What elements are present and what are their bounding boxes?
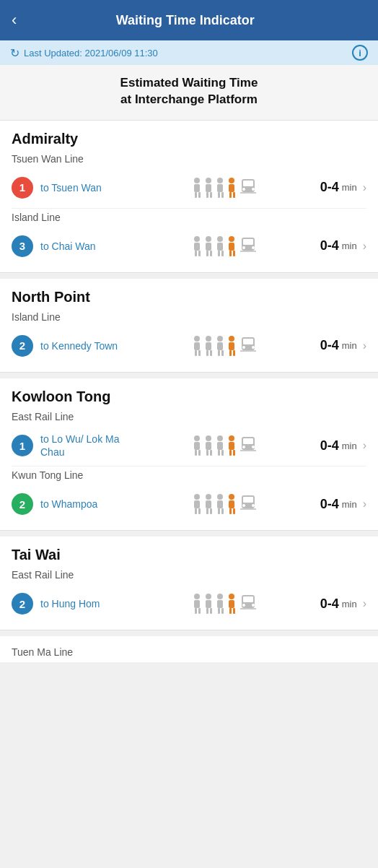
svg-rect-77 [229,450,232,456]
svg-rect-7 [210,192,212,198]
svg-rect-70 [210,450,212,456]
line-name: East Rail Line [12,411,366,422]
svg-point-18 [242,188,245,191]
svg-point-102 [242,504,245,507]
svg-point-103 [252,504,255,507]
svg-rect-68 [206,442,211,450]
destination-text: to Tsuen Wan [40,181,127,194]
svg-point-92 [217,494,223,500]
svg-rect-15 [233,192,235,198]
chevron-right-icon: › [363,339,366,352]
svg-point-39 [242,246,245,249]
wait-time-unit: min [342,240,357,251]
route-badge: 1 [12,435,33,456]
svg-rect-120 [233,608,235,614]
crowd-indicator [127,333,320,359]
svg-point-33 [229,236,234,242]
wait-time-area: 0-4min› [320,497,366,512]
svg-rect-91 [210,508,212,514]
svg-rect-94 [218,508,220,514]
svg-point-54 [229,336,234,342]
svg-rect-110 [206,600,211,608]
svg-point-109 [206,594,211,599]
chevron-right-icon: › [363,181,366,194]
svg-rect-106 [194,600,200,608]
svg-rect-2 [195,192,197,198]
svg-rect-32 [221,251,224,256]
svg-rect-87 [198,508,201,514]
svg-rect-55 [229,342,234,350]
svg-point-42 [194,336,200,342]
svg-rect-1 [194,184,200,192]
svg-point-105 [194,594,200,599]
svg-rect-93 [217,500,223,508]
route-badge: 1 [12,177,33,199]
svg-point-123 [242,604,245,607]
destination-text: to Whampoa [40,498,127,511]
svg-point-67 [206,435,211,441]
route-badge: 2 [12,493,33,515]
svg-point-63 [194,435,200,441]
route-row[interactable]: 1to Tsuen Wan 0-4min› [12,169,366,209]
svg-rect-35 [229,251,232,256]
station-name: Admiralty [12,131,366,147]
wait-time-value: 0-4 [320,338,339,353]
svg-rect-107 [195,608,197,614]
chevron-right-icon: › [363,439,366,452]
bottom-line-name: Tuen Ma Line [12,646,366,658]
subtitle-text: Estimated Waiting Time at Interchange Pl… [14,75,364,108]
wait-time-area: 0-4min› [320,180,366,195]
svg-rect-10 [218,192,220,198]
svg-point-0 [194,178,200,183]
svg-rect-24 [198,251,201,256]
line-name: Kwun Tong Line [12,469,366,481]
crowd-indicator [127,175,320,201]
svg-rect-48 [206,350,208,356]
station-section-0: AdmiraltyTsuen Wan Line1to Tsuen Wan 0-4… [0,121,378,273]
wait-time-area: 0-4min› [320,438,366,453]
svg-rect-116 [221,608,224,614]
line-name: Tsuen Wan Line [12,153,366,165]
svg-rect-95 [221,508,224,514]
svg-point-96 [229,494,234,500]
info-button[interactable]: i [352,45,368,61]
route-row[interactable]: 3to Chai Wan 0-4min› [12,227,366,266]
svg-point-117 [229,594,234,599]
wait-time-area: 0-4min› [320,596,366,612]
line-name: Island Line [12,212,366,223]
station-section-2: Kowloon TongEast Rail Line1to Lo Wu/ Lok… [0,378,378,531]
wait-time-area: 0-4min› [320,338,366,353]
chevron-right-icon: › [363,597,366,610]
station-name: Tai Wai [12,547,366,563]
route-row[interactable]: 2to Hung Hom 0-4min› [12,585,366,624]
svg-point-8 [217,178,223,183]
refresh-icon[interactable]: ↻ [10,46,19,60]
svg-rect-69 [206,450,208,456]
svg-rect-45 [198,350,201,356]
svg-rect-49 [210,350,212,356]
svg-rect-73 [218,450,220,456]
route-row[interactable]: 1to Lo Wu/ Lok Ma Chau 0-4min› [12,427,366,466]
svg-point-113 [217,594,223,599]
svg-rect-31 [218,251,220,256]
last-updated-text: Last Updated: 2021/06/09 11:30 [24,48,158,58]
svg-point-82 [252,446,255,448]
svg-rect-36 [233,251,235,256]
update-info: ↻ Last Updated: 2021/06/09 11:30 [10,46,158,60]
svg-rect-72 [217,442,223,450]
svg-point-25 [206,236,211,242]
svg-rect-22 [194,243,200,251]
svg-rect-56 [229,350,232,356]
wait-time-value: 0-4 [320,497,339,512]
update-bar: ↻ Last Updated: 2021/06/09 11:30 i [0,40,378,65]
line-name: East Rail Line [12,569,366,581]
route-row[interactable]: 2to Kennedy Town 0-4min› [12,327,366,366]
svg-point-46 [206,336,211,342]
svg-point-4 [206,178,211,183]
back-button[interactable]: ‹ [12,11,17,30]
svg-rect-85 [194,500,200,508]
destination-text: to Lo Wu/ Lok Ma Chau [40,433,127,459]
svg-point-84 [194,494,200,500]
route-row[interactable]: 2to Whampoa 0-4min› [12,485,366,524]
svg-rect-111 [206,608,208,614]
